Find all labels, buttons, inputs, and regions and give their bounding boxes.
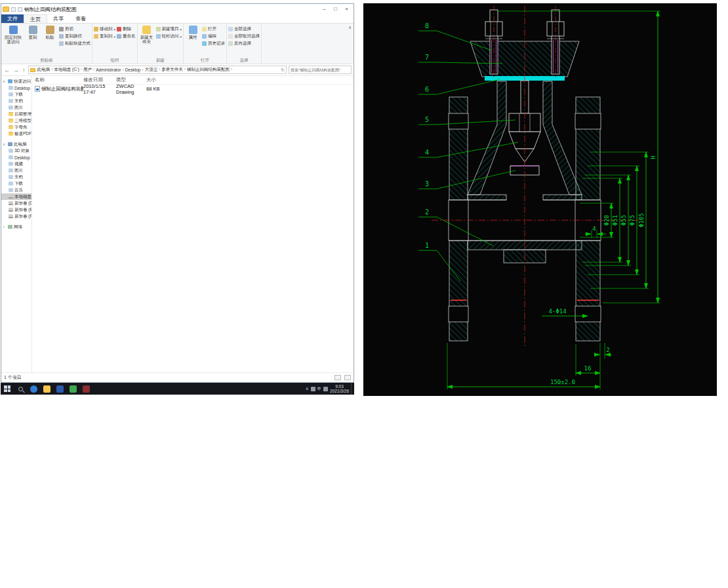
move-to-button[interactable]: 移动到▾ xyxy=(94,26,115,32)
nav-item-music[interactable]: 音乐 xyxy=(1,187,31,193)
properties-button[interactable]: 属性 xyxy=(185,24,201,39)
nav-item-documents[interactable]: 文档 xyxy=(1,98,31,104)
maximize-button[interactable]: □ xyxy=(330,4,341,14)
edit-button[interactable]: 编辑 xyxy=(202,33,225,39)
breadcrumb-segment[interactable]: Administrator xyxy=(95,68,124,72)
select-none-button[interactable]: 全部取消选择 xyxy=(228,33,260,39)
copy-button[interactable]: 复制 xyxy=(25,24,41,39)
taskbar-wps-button[interactable] xyxy=(66,383,79,395)
breadcrumb-segment[interactable]: 用户 xyxy=(83,67,95,73)
refresh-icon[interactable]: ↻ xyxy=(281,68,285,73)
details-view-icon[interactable] xyxy=(334,375,341,380)
paste-button[interactable]: 粘贴 xyxy=(42,24,58,39)
nav-item-volume-e[interactable]: 新加卷 (E:) xyxy=(1,206,31,213)
breadcrumb-segment[interactable]: Desktop xyxy=(125,68,144,72)
taskbar-explorer-button[interactable] xyxy=(40,383,53,395)
paste-shortcut-button[interactable]: 粘贴快捷方式 xyxy=(59,41,91,47)
new-item-button[interactable]: 新建项目▾ xyxy=(156,26,182,32)
breadcrumb-segment[interactable]: 此电脑 xyxy=(37,67,54,73)
taskbar-cad-button[interactable] xyxy=(79,383,92,395)
taskbar-word-button[interactable] xyxy=(53,383,66,395)
drive-icon xyxy=(9,208,13,212)
nav-item-folder[interactable]: 后期整理资料汇总 xyxy=(1,111,31,117)
explorer-window: 钢制止回阀结构装配图 – □ × 文件 主页 共享 查看 xyxy=(1,3,354,383)
search-input[interactable] xyxy=(291,68,350,72)
column-date-modified[interactable]: 修改日期 xyxy=(83,77,116,83)
tray-icon[interactable] xyxy=(323,387,328,391)
edit-icon xyxy=(202,34,207,39)
minimize-button[interactable]: – xyxy=(319,4,330,14)
column-type[interactable]: 类型 xyxy=(116,77,146,83)
rename-button[interactable]: 重命名 xyxy=(117,33,136,39)
nav-item-volume-f[interactable]: 新加卷 (F:) xyxy=(1,213,31,220)
breadcrumb-segment[interactable]: 大漠尘 xyxy=(144,67,161,73)
quick-access-toolbar-icon[interactable] xyxy=(11,7,16,12)
file-row[interactable]: 钢制止回阀结构装配图.dwg 2010/1/15 17:47 ZWCAD Dra… xyxy=(32,85,354,93)
back-button[interactable]: ← xyxy=(3,67,10,73)
close-button[interactable]: × xyxy=(341,4,352,14)
open-button[interactable]: 打开 xyxy=(202,26,225,32)
column-size[interactable]: 大小 xyxy=(146,77,169,83)
pin-to-quick-access-button[interactable]: 固定到快速访问 xyxy=(3,24,24,44)
cad-viewer-window[interactable]: 8 7 6 5 4 3 2 1 Φ20 Φ51 Φ55 Φ75 Φ105 H 4… xyxy=(363,3,717,396)
nav-item-downloads[interactable]: 下载 xyxy=(1,180,31,187)
breadcrumb-segment[interactable]: 钢制止回阀结构装配图 xyxy=(186,67,233,73)
quick-access-customize-icon[interactable] xyxy=(18,7,22,12)
callout-1: 1 xyxy=(425,242,429,249)
thumbnail-view-icon[interactable] xyxy=(344,375,351,380)
show-desktop-button[interactable] xyxy=(351,383,354,395)
nav-item-documents[interactable]: 文档 xyxy=(1,174,31,180)
invert-selection-icon xyxy=(228,41,233,46)
ime-language-indicator[interactable]: 中 xyxy=(317,386,322,392)
new-folder-button[interactable]: 新建文件夹 xyxy=(139,24,155,44)
taskbar-search-button[interactable] xyxy=(14,383,27,395)
easy-access-button[interactable]: 轻松访问▾ xyxy=(156,33,182,39)
taskbar-clock[interactable]: 9:03 2021/3/26 xyxy=(330,384,349,394)
up-button[interactable]: ↑ xyxy=(22,67,26,73)
column-name[interactable]: 名称 xyxy=(35,77,83,83)
copy-to-button[interactable]: 复制到▾ xyxy=(94,33,115,39)
nav-item-folder[interactable]: 极速PDF阅读器 xyxy=(1,130,31,137)
nav-item-downloads[interactable]: 下载 xyxy=(1,91,31,98)
dim-label-d105: Φ105 xyxy=(638,213,645,227)
history-button[interactable]: 历史记录 xyxy=(202,41,225,47)
breadcrumb-segment[interactable]: 参赛文件夹 xyxy=(161,67,186,73)
ribbon-collapse-icon[interactable]: ∧ xyxy=(348,25,352,62)
nav-network-header[interactable]: > 网络 xyxy=(1,224,31,230)
invert-selection-button[interactable]: 反向选择 xyxy=(228,41,260,47)
nav-item-pictures[interactable]: 图片 xyxy=(1,167,31,174)
forward-button[interactable]: → xyxy=(12,67,20,73)
nav-this-pc-header[interactable]: ∨ 此电脑 xyxy=(1,141,31,147)
nav-item-3d-objects[interactable]: 3D 对象 xyxy=(1,147,31,154)
search-box[interactable] xyxy=(289,66,352,74)
start-button[interactable] xyxy=(1,383,14,395)
tab-home[interactable]: 主页 xyxy=(24,14,47,23)
music-icon xyxy=(9,188,13,192)
group-label-clipboard: 剪贴板 xyxy=(3,57,91,64)
nav-item-desktop[interactable]: Desktop xyxy=(1,85,31,91)
dim-label-d20: Φ20 xyxy=(603,215,610,225)
select-all-button[interactable]: 全部选择 xyxy=(228,26,260,32)
ribbon-tabs: 文件 主页 共享 查看 xyxy=(1,14,354,24)
delete-button[interactable]: 删除 xyxy=(117,26,136,32)
taskbar-edge-button[interactable] xyxy=(27,383,40,395)
tab-share[interactable]: 共享 xyxy=(47,14,70,23)
cut-button[interactable]: 剪切 xyxy=(59,26,91,32)
tray-icon[interactable] xyxy=(311,387,315,391)
nav-item-local-disk-c[interactable]: 本地磁盘 (C:) xyxy=(1,193,31,200)
breadcrumb-segment[interactable]: 本地磁盘 (C:) xyxy=(53,67,83,73)
tab-view[interactable]: 查看 xyxy=(70,14,92,23)
nav-item-videos[interactable]: 视频 xyxy=(1,161,31,167)
nav-item-desktop[interactable]: Desktop xyxy=(1,154,31,161)
nav-item-folder[interactable]: 字母角 xyxy=(1,124,31,130)
nav-item-pictures[interactable]: 图片 xyxy=(1,104,31,111)
nav-item-folder[interactable]: 三维模型大赛装配图 xyxy=(1,117,31,124)
nav-quick-access-header[interactable]: ∨ 快速访问 xyxy=(1,78,31,85)
nav-item-volume-d[interactable]: 新加卷 (D:) xyxy=(1,200,31,206)
taskbar: ∧ 中 9:03 2021/3/26 xyxy=(1,383,354,395)
copy-path-button[interactable]: 复制路径 xyxy=(59,33,91,39)
breadcrumb[interactable]: 此电脑 本地磁盘 (C:) 用户 Administrator Desktop 大… xyxy=(28,66,287,74)
tray-chevron-icon[interactable]: ∧ xyxy=(306,386,309,391)
status-bar: 1 个项目 xyxy=(1,372,354,382)
tab-file[interactable]: 文件 xyxy=(1,14,24,23)
